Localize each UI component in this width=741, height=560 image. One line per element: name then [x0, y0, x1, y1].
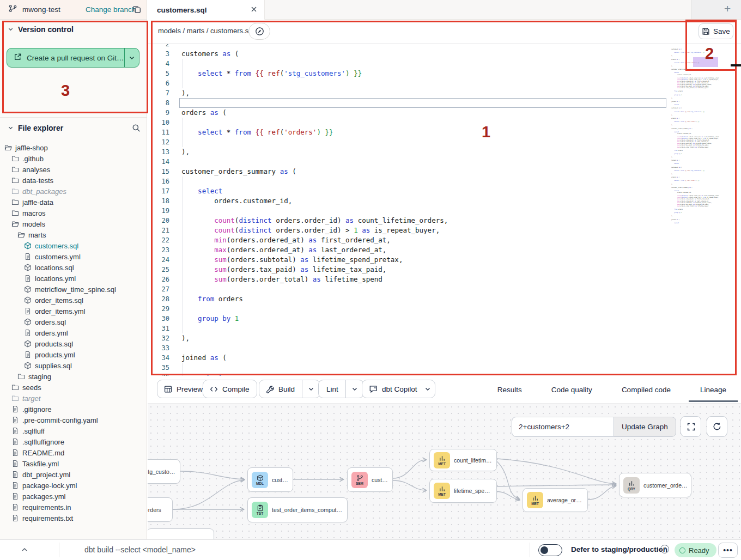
- code-line-11[interactable]: 11 select * from {{ ref('orders') }}: [148, 127, 741, 137]
- compile-button[interactable]: Compile: [203, 380, 257, 398]
- lint-dropdown-caret[interactable]: [346, 386, 363, 392]
- code-line-2[interactable]: 2: [148, 44, 741, 49]
- tree-item-models[interactable]: models: [0, 218, 147, 229]
- code-line-18[interactable]: 18 orders.customer_id,: [148, 196, 741, 206]
- code-line-35[interactable]: 35: [148, 363, 741, 373]
- code-line-7[interactable]: 7),: [148, 88, 741, 98]
- tree-item--gitignore[interactable]: .gitignore: [0, 404, 147, 415]
- tree-item--github[interactable]: .github: [0, 153, 147, 164]
- selector-input[interactable]: [512, 417, 614, 437]
- tab-lineage[interactable]: Lineage: [685, 376, 741, 403]
- tree-item-readme-md[interactable]: README.md: [0, 447, 147, 458]
- lineage-node-count_lifetime_orders[interactable]: METcount_lifetime_orders: [429, 449, 497, 471]
- tree-item-jaffle-data[interactable]: jaffle-data: [0, 197, 147, 208]
- code-line-32[interactable]: 32),: [148, 333, 741, 343]
- tree-item-orders-sql[interactable]: orders.sql: [0, 316, 147, 327]
- build-button[interactable]: Build: [259, 380, 320, 398]
- code-line-23[interactable]: 23 max(orders.ordered_at) as last_ordere…: [148, 245, 741, 255]
- tree-item-seeds[interactable]: seeds: [0, 382, 147, 393]
- chevron-up-icon[interactable]: [21, 546, 28, 556]
- defer-toggle[interactable]: [538, 544, 562, 556]
- tree-item-dbt-project-yml[interactable]: dbt_project.yml: [0, 469, 147, 480]
- tree-item-requirements-in[interactable]: requirements.in: [0, 502, 147, 513]
- code-line-20[interactable]: 20 count(distinct orders.order_id) as co…: [148, 216, 741, 226]
- tree-item-customers-yml[interactable]: customers.yml: [0, 251, 147, 262]
- lineage-node-average_order_value[interactable]: METaverage_order_value: [523, 488, 588, 512]
- copilot-dropdown-caret[interactable]: [421, 386, 435, 392]
- lineage-node-clipped[interactable]: [148, 528, 214, 539]
- tree-item--sqlfluff[interactable]: .sqlfluff: [0, 425, 147, 436]
- code-line-5[interactable]: 5 select * from {{ ref('stg_customers') …: [148, 69, 741, 78]
- code-line-31[interactable]: 31: [148, 324, 741, 333]
- code-line-12[interactable]: 12: [148, 137, 741, 147]
- tab-compiled-code[interactable]: Compiled code: [607, 376, 685, 403]
- code-line-27[interactable]: 27: [148, 284, 741, 294]
- code-line-29[interactable]: 29: [148, 304, 741, 314]
- code-line-26[interactable]: 26 sum(orders.order_total) as lifetime_s…: [148, 275, 741, 284]
- code-line-25[interactable]: 25 sum(orders.tax_paid) as lifetime_tax_…: [148, 265, 741, 275]
- tab-code-quality[interactable]: Code quality: [537, 376, 607, 403]
- code-line-15[interactable]: 15customer_orders_summary as (: [148, 167, 741, 176]
- tab-results[interactable]: Results: [483, 376, 537, 403]
- tab-customers-sql[interactable]: customers.sql: [147, 0, 265, 20]
- tree-item-customers-sql[interactable]: customers.sql: [0, 240, 147, 251]
- help-icon[interactable]: ?: [660, 545, 669, 553]
- tree-item-locations-sql[interactable]: locations.sql: [0, 262, 147, 273]
- tree-item-supplies-sql[interactable]: supplies.sql: [0, 360, 147, 371]
- save-button[interactable]: Save: [699, 23, 733, 39]
- tree-item-jaffle-shop[interactable]: jaffle-shop: [0, 142, 147, 153]
- lineage-node-test_order_items_compute_to_bools...[interactable]: TSTtest_order_items_compute_to_bools...: [247, 497, 348, 522]
- code-line-34[interactable]: 34joined as (: [148, 353, 741, 363]
- dbt-copilot-button[interactable]: dbt Copilot: [362, 380, 435, 398]
- fullscreen-button[interactable]: [681, 416, 701, 437]
- code-line-14[interactable]: 14: [148, 157, 741, 167]
- code-line-4[interactable]: 4: [148, 59, 741, 69]
- tree-item-target[interactable]: target: [0, 393, 147, 404]
- code-line-33[interactable]: 33: [148, 343, 741, 353]
- code-line-6[interactable]: 6: [148, 78, 741, 88]
- change-branch-link[interactable]: Change branch: [86, 5, 136, 14]
- tree-item-order-items-yml[interactable]: order_items.yml: [0, 306, 147, 316]
- lineage-node-customers[interactable]: SEMcustomers: [347, 467, 393, 492]
- code-line-28[interactable]: 28 from orders: [148, 294, 741, 304]
- code-line-30[interactable]: 30 group by 1: [148, 314, 741, 324]
- pr-dropdown-caret[interactable]: [125, 54, 139, 61]
- build-dropdown-caret[interactable]: [302, 386, 320, 392]
- lineage-node-lifetime_spend_pretax[interactable]: METlifetime_spend_pretax: [429, 479, 497, 503]
- file-explorer-header[interactable]: File explorer: [0, 118, 147, 138]
- tree-item--sqlfluffignore[interactable]: .sqlfluffignore: [0, 436, 147, 447]
- tree-item-orders-yml[interactable]: orders.yml: [0, 327, 147, 338]
- lineage-node-stg_customers[interactable]: MDLstg_customers: [148, 459, 180, 484]
- create-pr-main[interactable]: Create a pull request on Git…: [7, 48, 124, 67]
- lineage-node-customers[interactable]: MDLcustomers: [247, 467, 293, 492]
- lint-button[interactable]: Lint: [318, 380, 364, 398]
- tree-item-package-lock-yml[interactable]: package-lock.yml: [0, 480, 147, 491]
- lineage-node-orders[interactable]: MDLorders: [148, 497, 173, 522]
- new-tab-button[interactable]: +: [724, 2, 731, 15]
- code-line-9[interactable]: 9orders as (: [148, 108, 741, 118]
- minimap[interactable]: customers as ( select * from {{ ref('stg…: [671, 47, 719, 227]
- code-line-19[interactable]: 19: [148, 206, 741, 216]
- tree-item-requirements-txt[interactable]: requirements.txt: [0, 513, 147, 524]
- tree-item-macros[interactable]: macros: [0, 208, 147, 218]
- refresh-button[interactable]: [707, 416, 727, 437]
- code-line-13[interactable]: 13),: [148, 147, 741, 157]
- code-line-10[interactable]: 10: [148, 118, 741, 127]
- tree-item-order-items-sql[interactable]: order_items.sql: [0, 295, 147, 306]
- version-control-header[interactable]: Version control: [0, 20, 147, 39]
- tree-item-products-sql[interactable]: products.sql: [0, 338, 147, 349]
- more-options-button[interactable]: •••: [718, 543, 738, 558]
- code-line-8[interactable]: 8: [148, 98, 741, 108]
- tree-item-marts[interactable]: marts: [0, 229, 147, 240]
- code-editor[interactable]: 23customers as (45 select * from {{ ref(…: [148, 44, 741, 376]
- create-pr-button[interactable]: Create a pull request on Git…: [7, 48, 139, 68]
- code-line-3[interactable]: 3customers as (: [148, 49, 741, 59]
- tree-item-packages-yml[interactable]: packages.yml: [0, 491, 147, 502]
- tree-item--pre-commit-config-yaml[interactable]: .pre-commit-config.yaml: [0, 415, 147, 425]
- tree-item-staging[interactable]: staging: [0, 371, 147, 382]
- tree-item-locations-yml[interactable]: locations.yml: [0, 273, 147, 284]
- tree-item-data-tests[interactable]: data-tests: [0, 175, 147, 186]
- code-line-16[interactable]: 16: [148, 176, 741, 186]
- tree-item-metricflow-time-spine-sql[interactable]: metricflow_time_spine.sql: [0, 284, 147, 295]
- copy-icon[interactable]: [132, 5, 141, 16]
